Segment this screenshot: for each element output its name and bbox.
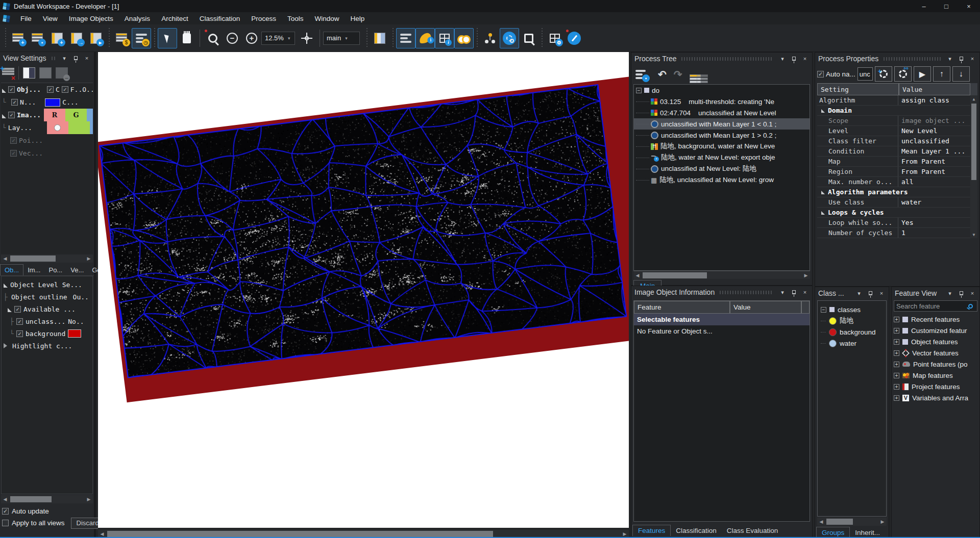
scroll-right-icon[interactable]: ▶ (85, 495, 93, 503)
panel-grip[interactable] (52, 57, 55, 60)
process-tree-item-0[interactable]: −do (634, 85, 810, 96)
tab-class-evaluation[interactable]: Class Evaluation (722, 525, 783, 536)
green-channel-cell[interactable] (68, 121, 90, 134)
no-feature-row[interactable]: No Feature or Object s... (634, 325, 810, 337)
auto-update-checkbox[interactable]: ✓ (2, 508, 9, 515)
blue-channel-cell[interactable] (90, 121, 93, 134)
expand-icon[interactable]: + (894, 317, 899, 322)
workspace-button[interactable]: $ (112, 28, 132, 48)
menu-item-architect[interactable]: Architect (156, 13, 194, 24)
outline-checkbox[interactable]: ✓ (11, 99, 18, 106)
pin-icon[interactable] (790, 55, 798, 63)
pin-icon[interactable] (957, 55, 965, 63)
feature-group-1[interactable]: +Customized featur (892, 325, 979, 336)
zoom-out-button[interactable]: − (223, 28, 242, 48)
single-view-button[interactable] (39, 67, 52, 79)
selectable-features-row[interactable]: Selectable features (634, 314, 810, 325)
view-classification-button[interactable]: i (415, 28, 435, 48)
pp-row-11[interactable]: Loops & cycles (817, 208, 970, 218)
grid-settings-button[interactable]: ⚙ (545, 28, 565, 48)
vectors-checkbox[interactable]: ✓ (10, 150, 17, 157)
main-view-hscrollbar[interactable]: ◀ ▶ (98, 530, 629, 538)
panel-grip[interactable] (720, 291, 773, 294)
column-value[interactable]: Value (730, 301, 801, 314)
edit-process-button[interactable] (875, 66, 892, 82)
auto-name-checkbox[interactable]: ✓ (817, 71, 824, 78)
sar-image[interactable] (99, 84, 627, 378)
close-icon[interactable]: × (83, 54, 91, 62)
menu-item-view[interactable]: View (37, 13, 63, 24)
pp-row-8[interactable]: Max. number o...all (817, 177, 970, 187)
add-remove-layer-icon[interactable] (2, 67, 14, 79)
column-feature[interactable]: Feature (634, 301, 730, 314)
image-viewport[interactable] (98, 52, 629, 528)
add-layer-button[interactable]: + (47, 28, 67, 48)
close-button[interactable]: × (958, 0, 980, 12)
process-tree-item-5[interactable]: ⇈陆地, background, water at New Leve (634, 141, 810, 152)
tab-groups[interactable]: Groups (816, 527, 850, 538)
tree-row-highlight[interactable]: Hightlight c... (2, 340, 92, 352)
tree-row-object-level[interactable]: Object Level Se... (2, 278, 92, 291)
process-tree-item-2[interactable]: 02:47.704unclassified at New Level (634, 107, 810, 118)
left-tab-Ob[interactable]: Ob... (0, 264, 23, 275)
save-ruleset-button[interactable]: ▪ (635, 70, 646, 79)
scroll-left-icon[interactable]: ◀ (1, 254, 9, 263)
scroll-right-icon[interactable]: ▶ (878, 518, 887, 526)
pp-row-10[interactable]: Use classwater (817, 197, 970, 208)
scroll-right-icon[interactable]: ▶ (85, 254, 93, 263)
pp-grid-vscrollbar[interactable]: ▲ ▼ (970, 95, 977, 238)
menu-item-image-objects[interactable]: Image Objects (63, 13, 119, 24)
radio-selected-icon[interactable] (54, 124, 61, 131)
map-select[interactable]: main▾ (323, 32, 360, 45)
points-checkbox[interactable]: ✓ (10, 137, 17, 144)
select-cursor-button[interactable] (158, 28, 177, 48)
pp-row-4[interactable]: Class filterunclassified (817, 136, 970, 146)
redo-icon[interactable]: ↷ (674, 70, 682, 79)
image-data-checkbox[interactable]: ✓ (8, 112, 15, 118)
pp-row-9[interactable]: Algorithm parameters (817, 187, 970, 197)
expand-icon[interactable]: + (894, 328, 899, 334)
class-item-1[interactable]: background (818, 326, 886, 338)
tree-row-unclassified[interactable]: ├ ✓ unclass... No.. (2, 315, 92, 327)
left-tab-Im[interactable]: Im... (23, 265, 44, 275)
maximize-button[interactable]: □ (935, 0, 958, 12)
scene-background-red[interactable] (98, 76, 629, 402)
background-checkbox[interactable]: ✓ (16, 330, 23, 337)
pin-icon[interactable] (957, 289, 965, 297)
minimize-button[interactable]: – (913, 0, 935, 12)
execute-process-button[interactable]: ▶ (914, 66, 931, 82)
view-samples-button[interactable]: i (435, 28, 454, 48)
close-icon[interactable]: × (877, 289, 886, 297)
show-preview-button[interactable] (454, 28, 474, 48)
chevron-down-icon[interactable]: ▾ (946, 289, 954, 297)
scroll-right-icon[interactable]: ▶ (621, 530, 629, 538)
scroll-left-icon[interactable]: ◀ (817, 518, 825, 526)
save-project-button[interactable]: ▪ (28, 28, 47, 48)
close-icon[interactable]: × (968, 289, 976, 297)
undo-icon[interactable]: ↶ (658, 70, 667, 79)
process-name-input[interactable] (857, 67, 873, 81)
expander-icon[interactable] (2, 114, 6, 118)
pp-row-7[interactable]: RegionFrom Parent (817, 167, 970, 177)
chevron-down-icon[interactable]: ▾ (778, 288, 787, 296)
segmented-sar-canvas[interactable] (99, 84, 627, 378)
pin-icon[interactable] (790, 288, 798, 296)
feature-group-0[interactable]: +Recent features (892, 314, 979, 325)
scroll-down-icon[interactable]: ▼ (970, 231, 977, 238)
tree-row-points[interactable]: ✓ Poi... (1, 134, 93, 147)
new-project-button[interactable]: + (9, 28, 28, 48)
tree-row-object-outline[interactable]: ├ Object outline Ou.. (2, 291, 92, 303)
tree-row-background[interactable]: └ ✓ background (2, 327, 92, 340)
object-levels-hscrollbar[interactable]: ◀ ▶ (1, 495, 93, 503)
expand-icon[interactable]: + (894, 339, 899, 345)
expander-icon[interactable] (4, 284, 8, 288)
zoom-window-button[interactable] (519, 28, 538, 48)
feature-group-3[interactable]: +Vector features (892, 347, 979, 358)
expander-icon[interactable] (2, 89, 6, 93)
chevron-down-icon[interactable]: ▾ (946, 55, 954, 63)
pin-icon[interactable] (71, 54, 80, 62)
process-history-button[interactable]: ◷ (132, 28, 151, 48)
collapse-icon[interactable]: − (821, 307, 826, 313)
scroll-left-icon[interactable]: ◀ (98, 530, 106, 538)
import-layer-button[interactable]: → (67, 28, 86, 48)
